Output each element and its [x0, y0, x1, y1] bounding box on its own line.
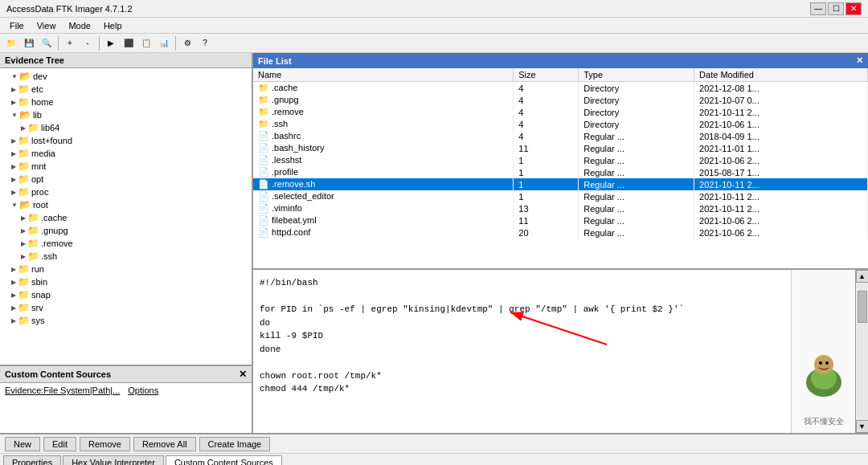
tree-item[interactable]: ▶📁opt — [2, 173, 250, 186]
scroll-up-button[interactable]: ▲ — [856, 270, 869, 283]
mascot-icon — [800, 334, 848, 414]
code-line: kill -9 $PID — [260, 329, 784, 343]
scroll-thumb[interactable] — [858, 291, 867, 323]
menu-bar: File View Mode Help — [0, 18, 868, 34]
file-list-close-button[interactable]: ✕ — [856, 55, 863, 66]
tree-item[interactable]: ▶📁home — [2, 96, 250, 108]
cell-size: 4 — [514, 118, 579, 130]
col-size[interactable]: Size — [514, 68, 579, 82]
code-line: #!/bin/bash — [260, 276, 784, 290]
menu-file[interactable]: File — [3, 19, 31, 32]
cell-type: Directory — [579, 82, 694, 95]
tab-hex[interactable]: Hex Value Interpreter — [63, 455, 164, 465]
toolbar-btn-4[interactable]: + — [62, 35, 78, 51]
evidence-tree[interactable]: ▼📂dev▶📁etc▶📁home▼📂lib▶📁lib64▶📁lost+found… — [0, 68, 252, 365]
table-row[interactable]: 📄 .selected_editor1Regular ...2021-10-11… — [253, 190, 868, 202]
new-button[interactable]: New — [5, 437, 40, 451]
cell-name: 📁 .ssh — [253, 118, 514, 130]
file-table-wrapper[interactable]: Name Size Type Date Modified 📁 .cache4Di… — [253, 68, 868, 268]
tree-item[interactable]: ▶📁etc — [2, 83, 250, 96]
table-row[interactable]: 📁 .cache4Directory2021-12-08 1... — [253, 82, 868, 95]
folder-icon: 📁 — [18, 302, 30, 313]
tree-item[interactable]: ▶📁mnt — [2, 160, 250, 173]
toolbar-btn-2[interactable]: 💾 — [21, 35, 37, 51]
tree-item[interactable]: ▶📁proc — [2, 186, 250, 198]
code-panel[interactable]: #!/bin/bash for PID in `ps -ef | egrep "… — [253, 270, 791, 433]
mascot-area: 我不懂安全 — [791, 270, 855, 433]
table-row[interactable]: 📁 .ssh4Directory2021-10-06 1... — [253, 118, 868, 130]
create-image-button[interactable]: Create Image — [199, 437, 271, 451]
menu-mode[interactable]: Mode — [62, 19, 97, 32]
col-name[interactable]: Name — [253, 68, 514, 82]
file-list-header: File List ✕ — [253, 53, 868, 68]
toolbar-btn-11[interactable]: ? — [197, 35, 213, 51]
menu-view[interactable]: View — [31, 19, 63, 32]
tree-item[interactable]: ▶📁lost+found — [2, 134, 250, 147]
cell-type: Directory — [579, 118, 694, 130]
tree-item[interactable]: ▶📁media — [2, 147, 250, 160]
tree-item-label: proc — [31, 187, 48, 197]
col-date[interactable]: Date Modified — [694, 68, 868, 82]
cc-options-link[interactable]: Options — [128, 385, 158, 395]
tree-item[interactable]: ▶📁.cache — [2, 211, 250, 224]
menu-help[interactable]: Help — [97, 19, 129, 32]
toolbar-btn-6[interactable]: ▶ — [103, 35, 119, 51]
cell-name: 📄 filebeat.yml — [253, 214, 514, 226]
tree-item[interactable]: ▶📁.remove — [2, 237, 250, 250]
cell-date: 2021-10-11 2... — [694, 106, 868, 118]
cell-size: 11 — [514, 142, 579, 154]
tree-item[interactable]: ▶📁.ssh — [2, 250, 250, 263]
tree-item[interactable]: ▼📂lib — [2, 108, 250, 121]
cc-evidence-link[interactable]: Evidence:File System|Path|... — [5, 385, 120, 395]
tree-item[interactable]: ▶📁sys — [2, 314, 250, 327]
custom-content-title: Custom Content Sources — [5, 369, 111, 379]
toolbar-btn-5[interactable]: - — [80, 35, 96, 51]
remove-all-button[interactable]: Remove All — [133, 437, 196, 451]
remove-button[interactable]: Remove — [80, 437, 130, 451]
main-layout: Evidence Tree ▼📂dev▶📁etc▶📁home▼📂lib▶📁lib… — [0, 53, 868, 433]
tree-item[interactable]: ▼📂dev — [2, 70, 250, 83]
table-row[interactable]: 📄 .bashrc4Regular ...2018-04-09 1... — [253, 130, 868, 142]
custom-content-close-button[interactable]: ✕ — [239, 369, 247, 380]
tree-item[interactable]: ▶📁run — [2, 263, 250, 275]
tree-expand-icon: ▶ — [11, 304, 16, 312]
bottom-toolbar: New Edit Remove Remove All Create Image — [0, 433, 868, 453]
toolbar-btn-3[interactable]: 🔍 — [39, 35, 55, 51]
cell-type: Regular ... — [579, 214, 694, 226]
tree-item[interactable]: ▶📁sbin — [2, 275, 250, 288]
table-row[interactable]: 📄 .lesshst1Regular ...2021-10-06 2... — [253, 154, 868, 166]
folder-icon: 📁 — [27, 122, 39, 133]
table-row[interactable]: 📄 .remove.sh1Regular ...2021-10-11 2... — [253, 178, 868, 190]
close-button[interactable]: ✕ — [845, 2, 862, 15]
table-row[interactable]: 📄 .bash_history11Regular ...2021-11-01 1… — [253, 142, 868, 154]
scroll-down-button[interactable]: ▼ — [856, 420, 869, 433]
col-type[interactable]: Type — [579, 68, 694, 82]
toolbar-btn-10[interactable]: ⚙ — [179, 35, 195, 51]
folder-icon: 📁 — [27, 212, 39, 223]
tree-item[interactable]: ▶📁srv — [2, 301, 250, 314]
table-row[interactable]: 📄 filebeat.yml11Regular ...2021-10-06 2.… — [253, 214, 868, 226]
table-row[interactable]: 📁 .remove4Directory2021-10-11 2... — [253, 106, 868, 118]
tree-item[interactable]: ▶📁.gnupg — [2, 224, 250, 237]
tree-item[interactable]: ▶📁lib64 — [2, 121, 250, 134]
table-row[interactable]: 📁 .gnupg4Directory2021-10-07 0... — [253, 94, 868, 106]
right-scrollbar[interactable]: ▲ ▼ — [855, 270, 868, 433]
tree-item[interactable]: ▼📂root — [2, 198, 250, 211]
edit-button[interactable]: Edit — [43, 437, 76, 451]
toolbar-btn-9[interactable]: 📊 — [156, 35, 172, 51]
table-row[interactable]: 📄 .viminfo13Regular ...2021-10-11 2... — [253, 202, 868, 214]
cell-name: 📁 .cache — [253, 82, 514, 95]
tree-item[interactable]: ▶📁snap — [2, 288, 250, 301]
toolbar-btn-8[interactable]: 📋 — [138, 35, 154, 51]
minimize-button[interactable]: — — [810, 2, 826, 15]
tab-custom-content[interactable]: Custom Content Sources — [166, 455, 282, 465]
table-row[interactable]: 📄 .profile1Regular ...2015-08-17 1... — [253, 166, 868, 178]
toolbar-btn-7[interactable]: ⬛ — [121, 35, 137, 51]
toolbar-btn-1[interactable]: 📁 — [3, 35, 19, 51]
folder-icon: 📁 — [27, 251, 39, 262]
maximize-button[interactable]: ☐ — [828, 2, 844, 15]
tree-item-label: root — [33, 200, 48, 210]
tab-properties[interactable]: Properties — [3, 455, 61, 465]
table-row[interactable]: 📄 httpd.conf20Regular ...2021-10-06 2... — [253, 226, 868, 239]
cell-type: Regular ... — [579, 154, 694, 166]
